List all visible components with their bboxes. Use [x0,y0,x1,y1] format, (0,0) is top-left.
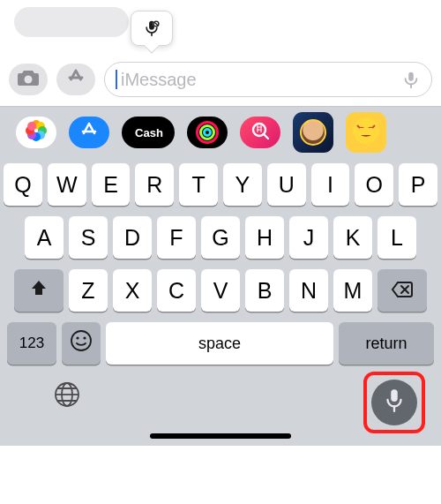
key-d[interactable]: D [113,216,152,259]
svg-point-5 [25,76,33,84]
key-c[interactable]: C [157,269,196,312]
svg-rect-6 [408,72,414,81]
keyboard-row-1: Q W E R T Y U I O P [4,163,437,206]
key-v[interactable]: V [201,269,240,312]
key-b[interactable]: B [245,269,284,312]
key-r[interactable]: R [135,163,174,206]
svg-line-17 [264,134,268,139]
dictation-suggestion-popover[interactable] [131,11,173,46]
key-s[interactable]: S [69,216,108,259]
svg-point-21 [83,336,86,339]
input-mic-icon[interactable] [401,70,421,89]
photos-app-icon[interactable] [16,117,56,148]
keyboard-area: Cash [0,107,441,446]
globe-button[interactable] [49,379,85,414]
apps-icon [64,68,87,91]
photos-icon [24,118,49,147]
key-o[interactable]: O [355,163,393,206]
key-a[interactable]: A [25,216,64,259]
emoji-icon [70,329,93,357]
hashtag-search-icon [250,121,270,144]
keyboard-row-3: Z X C V B N M [4,269,437,312]
compose-row: iMessage [9,60,432,99]
svg-point-18 [353,117,379,144]
dictation-button[interactable] [371,380,417,425]
image-search-app-icon[interactable] [240,117,280,148]
return-key[interactable]: return [339,322,434,365]
svg-rect-25 [391,389,398,402]
camera-button[interactable] [9,64,48,95]
chat-area: iMessage [0,0,441,106]
key-i[interactable]: I [311,163,350,206]
message-input[interactable]: iMessage [104,62,432,97]
message-placeholder: iMessage [121,70,401,90]
svg-point-20 [76,336,78,339]
key-q[interactable]: Q [4,163,42,206]
space-key[interactable]: space [106,322,333,365]
key-y[interactable]: Y [223,163,262,206]
emoji-face-icon [351,116,381,149]
keyboard-row-4: 123 space return [4,322,437,365]
emoji-key[interactable] [62,322,101,365]
key-x[interactable]: X [113,269,152,312]
svg-point-19 [71,331,91,350]
key-n[interactable]: N [289,269,328,312]
shift-key[interactable] [14,269,64,312]
keyboard-row-2: A S D F G H J K L [4,216,437,259]
mic-off-icon [143,19,161,38]
key-j[interactable]: J [289,216,328,259]
globe-icon [53,380,81,412]
microphone-icon [383,387,406,417]
memoji-app-icon[interactable] [293,112,333,153]
apple-cash-app-icon[interactable]: Cash [122,117,175,148]
key-g[interactable]: G [201,216,240,259]
svg-point-15 [27,122,36,131]
home-indicator[interactable] [150,433,291,439]
memoji-face-icon [300,119,326,146]
key-k[interactable]: K [333,216,372,259]
qwerty-keyboard: Q W E R T Y U I O P A S D F G H J K L [0,158,441,365]
appstore-app-icon[interactable] [69,117,109,148]
received-message-bubble[interactable] [14,7,129,37]
cash-label: Cash [135,126,163,139]
backspace-icon [391,278,414,304]
key-w[interactable]: W [48,163,86,206]
fitness-app-icon[interactable] [187,117,228,148]
text-caret [116,70,117,89]
key-t[interactable]: T [179,163,218,206]
appstore-icon [79,121,99,144]
apps-button[interactable] [56,64,95,95]
memoji-stickers-app-icon[interactable] [346,112,386,153]
key-z[interactable]: Z [69,269,108,312]
key-u[interactable]: U [267,163,306,206]
key-m[interactable]: M [333,269,372,312]
shift-icon [29,278,49,304]
numbers-key[interactable]: 123 [7,322,56,365]
key-f[interactable]: F [157,216,196,259]
dictation-button-highlight [363,372,425,433]
keyboard-bottom-bar [0,370,441,446]
key-h[interactable]: H [245,216,284,259]
key-l[interactable]: L [377,216,416,259]
camera-icon [17,68,40,91]
imessage-app-strip[interactable]: Cash [0,107,441,158]
key-e[interactable]: E [92,163,131,206]
backspace-key[interactable] [377,269,427,312]
key-p[interactable]: P [399,163,437,206]
